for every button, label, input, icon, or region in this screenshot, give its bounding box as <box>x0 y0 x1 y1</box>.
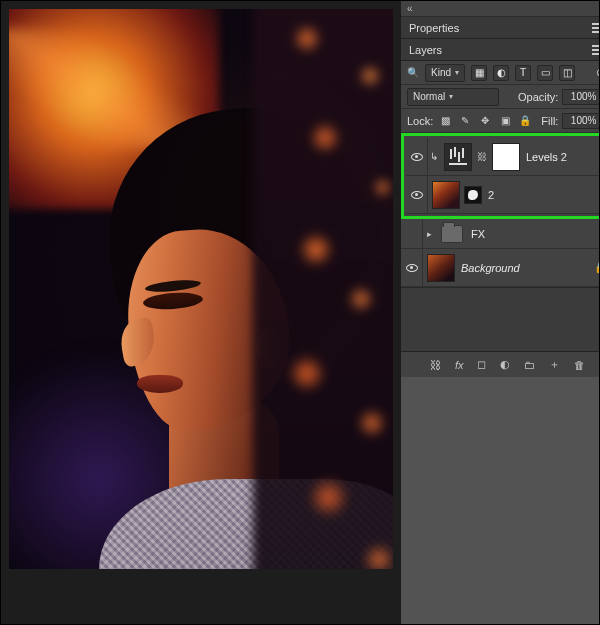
delete-layer-icon[interactable]: 🗑 <box>574 359 585 371</box>
new-adjustment-icon[interactable]: ◐ <box>500 358 510 371</box>
adjustment-thumb-icon[interactable] <box>444 143 472 171</box>
layer-mask-thumb[interactable] <box>464 186 482 204</box>
layer-locked-icon[interactable]: 🔒 <box>594 261 600 274</box>
lock-all-icon[interactable]: 🔒 <box>517 113 533 129</box>
fill-label: Fill: <box>541 115 558 127</box>
layer-row-2[interactable]: 2 <box>406 176 600 214</box>
add-mask-icon[interactable]: ◻ <box>477 358 486 371</box>
new-group-icon[interactable]: 🗀 <box>524 359 535 371</box>
eye-icon <box>411 153 423 161</box>
tutorial-highlight: ↳ ⛓ Levels 2 2 <box>401 133 600 219</box>
layer-name-label[interactable]: FX <box>471 228 485 240</box>
layer-visibility-toggle[interactable] <box>406 138 428 175</box>
layer-thumb[interactable] <box>432 181 460 209</box>
layer-effects-icon[interactable]: fx <box>455 359 464 371</box>
filter-smartobject-icon[interactable]: ◫ <box>559 65 575 81</box>
link-mask-icon[interactable]: ⛓ <box>476 151 488 162</box>
layer-visibility-toggle[interactable] <box>401 219 423 248</box>
properties-panel-menu-icon[interactable] <box>592 23 600 33</box>
fill-input[interactable]: 100% <box>562 113 600 129</box>
blend-mode-select[interactable]: Normal ▾ <box>407 88 499 106</box>
layer-visibility-toggle[interactable] <box>406 176 428 213</box>
layer-filter-kind-select[interactable]: Kind ▾ <box>425 64 465 82</box>
group-disclosure-icon[interactable]: ▸ <box>423 229 435 239</box>
layer-filter-row: 🔍 Kind ▾ ▦ ◐ T ▭ ◫ ⊘ <box>401 61 600 85</box>
filter-adjustment-icon[interactable]: ◐ <box>493 65 509 81</box>
layers-list[interactable]: ↳ ⛓ Levels 2 2 ▸ FX Background 🔒 <box>401 133 600 351</box>
link-layers-icon[interactable]: ⛓ <box>430 359 441 371</box>
properties-panel-title: Properties <box>409 22 459 34</box>
folder-icon <box>441 225 463 243</box>
panel-dock: « ▤ Properties Layers 🔍 Kind ▾ ▦ ◐ T ▭ ◫… <box>401 1 600 624</box>
collapse-panel-icon[interactable]: « <box>407 3 413 14</box>
layer-name-label[interactable]: Background <box>461 262 520 274</box>
document-canvas[interactable] <box>9 9 393 569</box>
new-layer-icon[interactable]: ＋ <box>549 357 560 372</box>
opacity-label: Opacity: <box>518 91 558 103</box>
filter-search-icon: 🔍 <box>407 67 419 78</box>
layer-row-levels2[interactable]: ↳ ⛓ Levels 2 <box>406 138 600 176</box>
opacity-input[interactable]: 100% <box>562 89 600 105</box>
layers-footer: ⛓ fx ◻ ◐ 🗀 ＋ 🗑 <box>401 351 600 377</box>
layer-name-label[interactable]: 2 <box>488 189 494 201</box>
chevron-down-icon: ▾ <box>449 92 453 101</box>
lock-transparency-icon[interactable]: ▩ <box>437 113 453 129</box>
filter-shape-icon[interactable]: ▭ <box>537 65 553 81</box>
eye-icon <box>411 191 423 199</box>
filter-pixel-icon[interactable]: ▦ <box>471 65 487 81</box>
lock-row: Lock: ▩ ✎ ✥ ▣ 🔒 Fill: 100% ▾ <box>401 109 600 133</box>
layers-panel-title: Layers <box>409 44 442 56</box>
layers-empty-area[interactable] <box>401 287 600 351</box>
clip-indicator-icon: ↳ <box>428 149 440 165</box>
eye-icon <box>406 264 418 272</box>
lock-position-icon[interactable]: ✥ <box>477 113 493 129</box>
layers-panel-header[interactable]: Layers <box>401 39 600 61</box>
layer-filter-kind-label: Kind <box>431 67 451 78</box>
layer-visibility-toggle[interactable] <box>401 249 423 286</box>
lock-artboard-icon[interactable]: ▣ <box>497 113 513 129</box>
document-viewport[interactable] <box>1 1 401 625</box>
layers-panel-menu-icon[interactable] <box>592 45 600 55</box>
layer-name-label[interactable]: Levels 2 <box>526 151 567 163</box>
lock-pixels-icon[interactable]: ✎ <box>457 113 473 129</box>
filter-type-icon[interactable]: T <box>515 65 531 81</box>
artwork-lips <box>137 375 183 393</box>
layer-mask-thumb[interactable] <box>492 143 520 171</box>
lock-label: Lock: <box>407 115 433 127</box>
dock-empty-area <box>401 377 600 624</box>
chevron-down-icon: ▾ <box>455 68 459 77</box>
layer-thumb[interactable] <box>427 254 455 282</box>
blend-mode-value: Normal <box>413 91 445 102</box>
properties-panel-header[interactable]: Properties <box>401 17 600 39</box>
blend-row: Normal ▾ Opacity: 100% ▾ <box>401 85 600 109</box>
filter-toggle-switch[interactable]: ⊘ <box>592 65 600 81</box>
panel-tabbar: « ▤ <box>401 1 600 17</box>
layer-row-background[interactable]: Background 🔒 <box>401 249 600 287</box>
layer-row-fx-group[interactable]: ▸ FX <box>401 219 600 249</box>
artwork-flowers <box>253 9 393 569</box>
